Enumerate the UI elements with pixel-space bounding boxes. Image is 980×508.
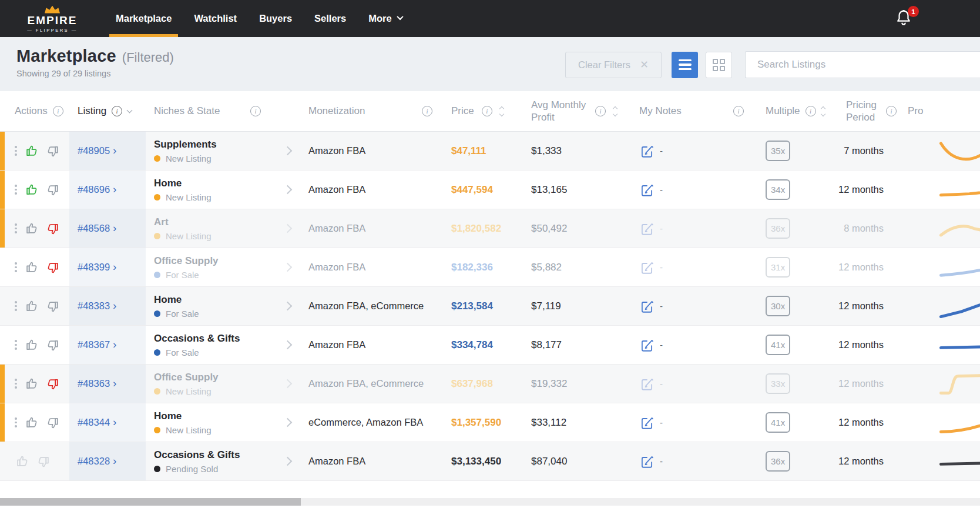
monetization-cell: Amazon FBA [300, 209, 447, 248]
expand-row-icon[interactable] [283, 457, 292, 466]
expand-row-icon[interactable] [283, 263, 292, 272]
sort-icon[interactable] [500, 107, 504, 116]
multiple-cell: 31x [758, 248, 834, 286]
chevron-down-icon[interactable] [127, 107, 133, 113]
clear-filters-button[interactable]: Clear Filters ✕ [565, 52, 662, 78]
thumbs-up-icon[interactable] [24, 415, 39, 430]
search-input[interactable] [745, 51, 980, 78]
notification-badge: 1 [908, 6, 919, 17]
edit-note-icon[interactable] [639, 376, 655, 392]
nav-item-watchlist[interactable]: Watchlist [183, 0, 248, 37]
thumbs-up-icon[interactable] [24, 182, 39, 198]
scrollbar-thumb[interactable] [0, 498, 301, 506]
price-cell: $637,968 [447, 365, 523, 403]
info-icon[interactable]: i [806, 106, 816, 116]
nav-item-buyers[interactable]: Buyers [248, 0, 303, 37]
col-header-listing[interactable]: Listing i [69, 91, 146, 131]
empire-flippers-logo[interactable]: EMPIRE — FLIPPERS — [0, 5, 105, 33]
drag-handle-icon[interactable] [15, 223, 17, 233]
thumbs-up-icon[interactable] [24, 376, 39, 392]
info-icon[interactable]: i [53, 106, 63, 116]
drag-handle-icon[interactable] [15, 262, 17, 272]
drag-handle-icon[interactable] [15, 417, 17, 427]
thumbs-up-icon[interactable] [24, 299, 39, 314]
info-icon[interactable]: i [733, 106, 744, 116]
listing-id-link[interactable]: #48344› [78, 417, 116, 428]
col-header-avg-monthly-profit[interactable]: Avg Monthly Profit i [523, 91, 632, 131]
listing-id-link[interactable]: #48905› [78, 145, 116, 156]
drag-handle-icon[interactable] [15, 185, 17, 195]
info-icon[interactable]: i [422, 106, 432, 116]
col-header-profit-trend: Pro [905, 91, 980, 131]
expand-row-icon[interactable] [283, 302, 292, 311]
my-notes-cell: - [632, 326, 758, 364]
listings-table-body: #48905›SupplementsNew ListingAmazon FBA$… [0, 132, 980, 481]
drag-handle-icon[interactable] [15, 301, 17, 311]
thumbs-up-icon[interactable] [15, 454, 30, 469]
expand-row-icon[interactable] [283, 379, 292, 389]
thumbs-down-icon[interactable] [45, 376, 61, 392]
thumbs-down-icon[interactable] [45, 182, 61, 198]
drag-handle-icon[interactable] [15, 146, 17, 156]
expand-row-icon[interactable] [283, 146, 292, 156]
thumbs-down-icon[interactable] [45, 260, 61, 275]
expand-row-icon[interactable] [283, 224, 292, 233]
drag-handle-icon[interactable] [15, 379, 17, 389]
listing-id-link[interactable]: #48367› [78, 339, 116, 350]
listing-id-link[interactable]: #48328› [78, 456, 116, 467]
nav-item-more[interactable]: More [357, 0, 413, 37]
drag-handle-icon[interactable] [15, 340, 17, 350]
expand-row-icon[interactable] [283, 185, 292, 195]
multiple-badge: 41x [766, 335, 790, 355]
top-nav: EMPIRE — FLIPPERS — Marketplace Watchlis… [0, 0, 980, 37]
status-dot [154, 310, 160, 317]
col-header-multiple[interactable]: Multiple i [758, 91, 834, 131]
nav-item-sellers[interactable]: Sellers [303, 0, 357, 37]
edit-note-icon[interactable] [639, 182, 655, 198]
sort-icon[interactable] [613, 107, 617, 116]
listing-id-link[interactable]: #48399› [78, 262, 116, 273]
edit-note-icon[interactable] [639, 299, 655, 314]
edit-note-icon[interactable] [639, 260, 655, 275]
multiple-badge: 31x [766, 257, 790, 278]
thumbs-down-icon[interactable] [45, 415, 61, 430]
status-dot [154, 466, 160, 472]
thumbs-down-icon[interactable] [45, 337, 61, 353]
grid-view-button[interactable] [706, 52, 732, 78]
edit-note-icon[interactable] [639, 143, 655, 159]
sort-icon[interactable] [821, 107, 825, 116]
info-icon[interactable]: i [482, 106, 492, 116]
thumbs-up-icon[interactable] [24, 337, 39, 353]
info-icon[interactable]: i [886, 106, 897, 116]
thumbs-down-icon[interactable] [45, 299, 61, 314]
thumbs-up-icon[interactable] [24, 143, 39, 159]
multiple-cell: 41x [758, 326, 834, 364]
nav-item-marketplace[interactable]: Marketplace [105, 0, 183, 37]
list-view-button[interactable] [672, 52, 698, 78]
status-label: New Listing [166, 425, 212, 435]
edit-note-icon[interactable] [639, 337, 655, 353]
thumbs-up-icon[interactable] [24, 260, 39, 275]
thumbs-down-icon[interactable] [45, 221, 61, 236]
edit-note-icon[interactable] [639, 454, 655, 469]
avg-monthly-profit-cell: $19,332 [523, 365, 632, 403]
multiple-badge: 35x [766, 141, 790, 161]
edit-note-icon[interactable] [639, 415, 655, 430]
edit-note-icon[interactable] [639, 221, 655, 236]
info-icon[interactable]: i [112, 106, 122, 116]
horizontal-scrollbar[interactable] [0, 498, 980, 506]
listing-id-link[interactable]: #48363› [78, 378, 116, 389]
listing-id-link[interactable]: #48568› [78, 223, 116, 234]
thumbs-down-icon[interactable] [45, 143, 61, 159]
info-icon[interactable]: i [250, 106, 261, 116]
col-header-price[interactable]: Price i [447, 91, 523, 131]
pricing-period-cell: 12 months [834, 171, 905, 209]
expand-row-icon[interactable] [283, 418, 292, 427]
notifications-button[interactable]: 1 [894, 8, 914, 29]
expand-row-icon[interactable] [283, 340, 292, 350]
thumbs-down-icon[interactable] [36, 454, 51, 469]
listing-id-link[interactable]: #48696› [78, 184, 116, 195]
listing-id-link[interactable]: #48383› [78, 300, 116, 312]
thumbs-up-icon[interactable] [24, 221, 39, 236]
info-icon[interactable]: i [595, 106, 606, 116]
